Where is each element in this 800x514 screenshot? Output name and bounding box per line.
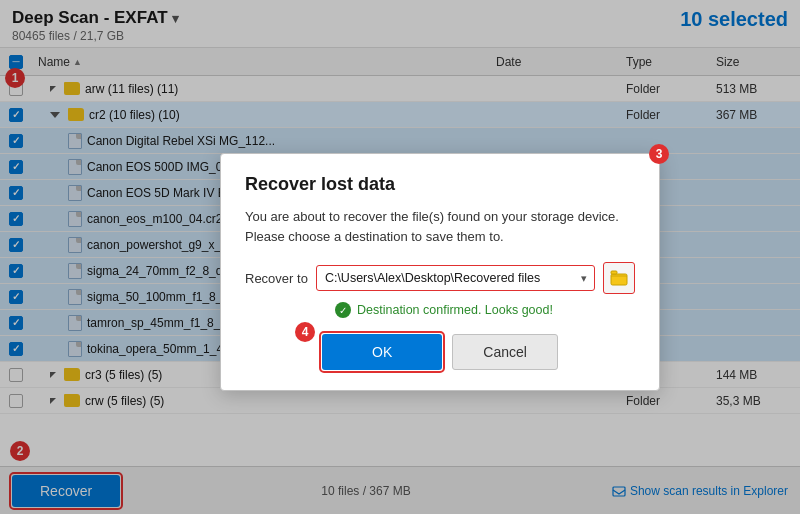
recover-dialog: 3 Recover lost data You are about to rec… xyxy=(220,153,660,391)
modal-overlay: 3 Recover lost data You are about to rec… xyxy=(0,0,800,514)
svg-rect-2 xyxy=(611,271,617,274)
ok-button[interactable]: OK xyxy=(322,334,442,370)
status-text: Destination confirmed. Looks good! xyxy=(357,303,553,317)
folder-browse-icon xyxy=(610,270,628,286)
dialog-description: You are about to recover the file(s) fou… xyxy=(245,207,635,246)
step-3-badge: 3 xyxy=(649,144,669,164)
recover-to-row: Recover to ▾ xyxy=(245,262,635,294)
destination-status: ✓ Destination confirmed. Looks good! xyxy=(335,302,635,318)
dialog-title: Recover lost data xyxy=(245,174,635,195)
destination-input[interactable] xyxy=(316,265,595,291)
cancel-button[interactable]: Cancel xyxy=(452,334,558,370)
dropdown-arrow-icon: ▾ xyxy=(581,272,587,285)
check-icon: ✓ xyxy=(335,302,351,318)
dialog-buttons: 4 OK Cancel xyxy=(245,334,635,370)
destination-input-wrap: ▾ xyxy=(316,265,595,291)
step-4-badge: 4 xyxy=(295,322,315,342)
recover-to-label: Recover to xyxy=(245,271,308,286)
browse-folder-button[interactable] xyxy=(603,262,635,294)
